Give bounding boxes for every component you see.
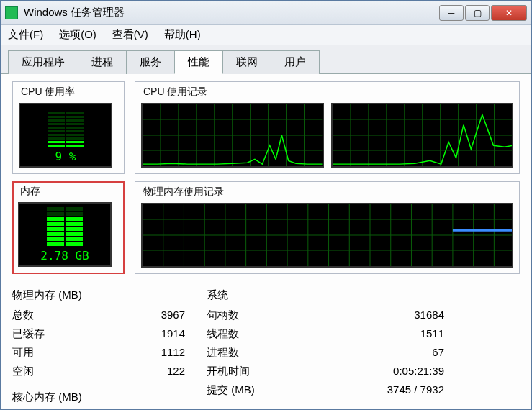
memory-history-panel: 物理内存使用记录 bbox=[135, 181, 520, 274]
tab-services[interactable]: 服务 bbox=[126, 50, 175, 74]
menubar: 文件(F) 选项(O) 查看(V) 帮助(H) bbox=[1, 25, 531, 45]
phys-mem-total: 3967 bbox=[161, 306, 185, 324]
menu-options[interactable]: 选项(O) bbox=[59, 28, 96, 42]
phys-mem-title: 物理内存 (MB) bbox=[12, 286, 185, 304]
menu-file[interactable]: 文件(F) bbox=[8, 28, 43, 42]
close-button[interactable]: ✕ bbox=[491, 5, 527, 21]
phys-mem-total-label: 总数 bbox=[12, 306, 34, 324]
cpu-history-area bbox=[141, 103, 513, 168]
kernel-mem-paged: 224 bbox=[167, 408, 185, 409]
phys-mem-avail: 1112 bbox=[161, 343, 185, 362]
tab-processes[interactable]: 进程 bbox=[78, 50, 127, 74]
tab-networking[interactable]: 联网 bbox=[222, 50, 271, 74]
system-uptime: 0:05:21:39 bbox=[393, 362, 444, 381]
kernel-mem-block: 核心内存 (MB) 分页数224 未分页118 bbox=[12, 388, 185, 409]
system-threads: 1511 bbox=[420, 324, 444, 343]
tab-applications[interactable]: 应用程序 bbox=[8, 50, 78, 74]
system-commit-label: 提交 (MB) bbox=[207, 381, 255, 399]
cpu-graph-2 bbox=[331, 103, 514, 168]
cpu-history-panel: CPU 使用记录 bbox=[135, 81, 520, 174]
system-commit: 3745 / 7932 bbox=[387, 381, 444, 399]
memory-history-area bbox=[141, 203, 513, 268]
kernel-mem-title: 核心内存 (MB) bbox=[12, 388, 185, 406]
system-title: 系统 bbox=[207, 286, 444, 304]
system-handles-label: 句柄数 bbox=[207, 306, 239, 324]
phys-mem-block: 物理内存 (MB) 总数3967 已缓存1914 可用1112 空闲122 bbox=[12, 286, 185, 381]
stats-row: 物理内存 (MB) 总数3967 已缓存1914 可用1112 空闲122 核心… bbox=[12, 286, 520, 409]
system-block: 系统 句柄数31684 线程数1511 进程数67 开机时间0:05:21:39… bbox=[207, 286, 444, 399]
phys-mem-cached-label: 已缓存 bbox=[12, 324, 45, 343]
minimize-button[interactable]: ─ bbox=[439, 5, 464, 21]
memory-gauge-bars bbox=[47, 207, 83, 246]
phys-mem-cached: 1914 bbox=[161, 324, 185, 343]
memory-usage-title: 内存 bbox=[18, 185, 42, 198]
system-procs: 67 bbox=[432, 343, 444, 362]
memory-graph bbox=[141, 203, 513, 268]
memory-usage-panel: 内存 2.78 GB bbox=[12, 181, 125, 274]
stats-left: 物理内存 (MB) 总数3967 已缓存1914 可用1112 空闲122 核心… bbox=[12, 286, 185, 409]
performance-content: CPU 使用率 9 % CPU 使用记录 bbox=[1, 74, 531, 409]
maximize-button[interactable]: ▢ bbox=[465, 5, 490, 21]
titlebar: Windows 任务管理器 ─ ▢ ✕ bbox=[1, 1, 531, 25]
system-uptime-label: 开机时间 bbox=[207, 362, 250, 381]
cpu-graph-1 bbox=[141, 103, 324, 168]
memory-history-title: 物理内存使用记录 bbox=[141, 186, 226, 199]
memory-gauge: 2.78 GB bbox=[18, 202, 112, 267]
kernel-mem-paged-label: 分页数 bbox=[12, 408, 45, 409]
tab-users[interactable]: 用户 bbox=[271, 50, 320, 74]
phys-mem-avail-label: 可用 bbox=[12, 343, 34, 362]
tab-row: 应用程序 进程 服务 性能 联网 用户 bbox=[1, 45, 531, 74]
cpu-gauge: 9 % bbox=[19, 103, 112, 168]
system-procs-label: 进程数 bbox=[207, 343, 239, 362]
app-icon bbox=[5, 6, 18, 19]
task-manager-window: Windows 任务管理器 ─ ▢ ✕ 文件(F) 选项(O) 查看(V) 帮助… bbox=[0, 0, 532, 410]
tab-performance[interactable]: 性能 bbox=[174, 50, 223, 74]
cpu-history-title: CPU 使用记录 bbox=[141, 86, 209, 99]
window-title: Windows 任务管理器 bbox=[24, 6, 438, 19]
stats-right: 系统 句柄数31684 线程数1511 进程数67 开机时间0:05:21:39… bbox=[207, 286, 444, 409]
cpu-row: CPU 使用率 9 % CPU 使用记录 bbox=[12, 81, 520, 174]
menu-help[interactable]: 帮助(H) bbox=[164, 28, 201, 42]
memory-gauge-value: 2.78 GB bbox=[40, 249, 89, 263]
cpu-gauge-bars bbox=[48, 112, 84, 147]
phys-mem-free-label: 空闲 bbox=[12, 362, 34, 381]
cpu-gauge-value: 9 % bbox=[55, 150, 76, 163]
system-threads-label: 线程数 bbox=[207, 324, 239, 343]
phys-mem-free: 122 bbox=[167, 362, 185, 381]
system-handles: 31684 bbox=[414, 306, 444, 324]
memory-row: 内存 2.78 GB 物理内存使用记录 bbox=[12, 181, 520, 274]
menu-view[interactable]: 查看(V) bbox=[112, 28, 148, 42]
cpu-usage-panel: CPU 使用率 9 % bbox=[12, 81, 125, 174]
cpu-usage-title: CPU 使用率 bbox=[19, 86, 77, 99]
